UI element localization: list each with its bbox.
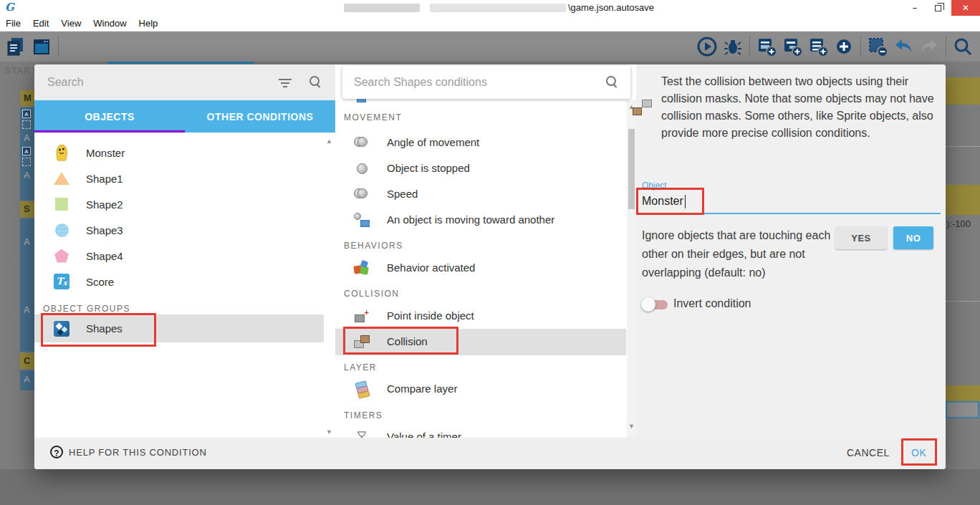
condition-angle-of-movement[interactable]: Angle of movement	[335, 130, 626, 155]
section-collision: COLLISION	[344, 289, 400, 299]
menu-help[interactable]: Help	[139, 18, 158, 29]
toolbar	[0, 32, 980, 62]
object-item-shape3[interactable]: Shape3	[34, 217, 324, 243]
search-toolbar-icon[interactable]	[950, 34, 976, 59]
object-item-shape2[interactable]: Shape2	[34, 191, 324, 217]
action-mini-icon: A	[22, 110, 31, 118]
preview-play-icon[interactable]	[694, 34, 720, 59]
pentagon-shape-icon	[50, 249, 73, 263]
gdevelop-logo-icon: G	[5, 1, 16, 13]
project-manager-icon[interactable]	[3, 34, 29, 59]
objects-search-input[interactable]	[47, 73, 262, 92]
object-item-label: Shape3	[86, 224, 123, 236]
close-button[interactable]: ✕	[951, 0, 980, 16]
restore-button[interactable]	[927, 0, 948, 16]
tab-other-conditions[interactable]: OTHER CONDITIONS	[185, 100, 335, 133]
conditions-search-input[interactable]	[354, 73, 583, 92]
debug-icon[interactable]	[720, 34, 746, 59]
no-button[interactable]: NO	[893, 226, 933, 249]
events-row-divider	[946, 301, 980, 302]
moving-toward-icon	[350, 207, 374, 233]
add-comment-icon[interactable]	[805, 34, 831, 59]
behavior-activated-icon	[350, 255, 374, 281]
add-event-icon[interactable]	[754, 34, 779, 59]
triangle-shape-icon	[50, 172, 73, 185]
add-action-mark: A	[24, 236, 34, 247]
add-special-event-icon[interactable]	[831, 34, 857, 59]
condition-label: Point inside object	[387, 309, 474, 322]
object-groups-header: OBJECT GROUPS	[43, 304, 130, 314]
tab-objects[interactable]: OBJECTS	[34, 100, 185, 133]
add-subevent-icon[interactable]	[779, 34, 805, 59]
condition-label: An object is moving toward another	[387, 213, 554, 226]
yes-button[interactable]: YES	[835, 226, 887, 249]
scroll-down-arrow[interactable]: ▼	[628, 423, 635, 430]
object-item-monster[interactable]: Monster	[34, 140, 324, 165]
condition-speed[interactable]: Speed	[335, 181, 626, 207]
condition-label: Behavior activated	[387, 261, 475, 274]
redacted-title-segment	[344, 4, 420, 12]
title-bar: G \game.json.autosave – ✕	[0, 0, 980, 16]
circle-shape-icon	[50, 223, 73, 237]
angle-of-movement-icon	[350, 130, 374, 155]
tree-tick	[6, 361, 12, 362]
condition-point-inside-object[interactable]: + Point inside object	[335, 303, 626, 329]
scene-editor-window-icon[interactable]	[29, 34, 54, 59]
condition-value-of-timer[interactable]: Value of a timer	[335, 424, 626, 438]
section-layer: LAYER	[344, 362, 377, 372]
section-movement: MOVEMENT	[344, 112, 402, 122]
point-inside-object-icon: +	[350, 303, 374, 329]
action-mini-icon	[22, 120, 31, 129]
restore-icon	[935, 5, 941, 11]
redo-icon[interactable]	[916, 34, 942, 59]
events-row-fragment	[946, 385, 980, 401]
timer-icon	[350, 424, 374, 438]
invert-condition-label: Invert condition	[673, 297, 751, 310]
object-item-label: Score	[86, 276, 114, 288]
undo-icon[interactable]	[890, 34, 916, 59]
menu-view[interactable]: View	[61, 18, 81, 29]
overlay-shade	[0, 469, 980, 505]
condition-compare-layer[interactable]: Compare layer	[335, 376, 626, 402]
object-item-label: Shape1	[86, 173, 123, 185]
search-icon	[309, 76, 321, 87]
events-tree-line	[6, 80, 6, 388]
tree-tick	[6, 209, 12, 210]
object-item-shape4[interactable]: Shape4	[34, 243, 324, 269]
condition-behavior-activated[interactable]: Behavior activated	[335, 255, 626, 281]
choose-condition-dialog: OBJECTS OTHER CONDITIONS Monster Shape1	[34, 64, 946, 469]
menu-window[interactable]: Window	[93, 18, 126, 29]
remove-event-icon[interactable]	[865, 34, 890, 59]
app-window: G \game.json.autosave – ✕ File Edit View…	[0, 0, 980, 505]
toggle-knob	[641, 297, 655, 312]
minimize-button[interactable]: –	[904, 0, 926, 16]
condition-label: Compare layer	[387, 383, 457, 395]
selected-event-fragment	[946, 401, 979, 418]
object-stopped-icon	[350, 155, 374, 181]
object-item-shape1[interactable]: Shape1	[34, 165, 324, 191]
help-link[interactable]: ? HELP FOR THIS CONDITION	[50, 446, 207, 458]
scene-tab-label: START	[4, 65, 34, 76]
scrollbar-thumb[interactable]	[628, 129, 635, 209]
annotation-box-ok	[901, 438, 937, 466]
object-item-label: Shape2	[86, 198, 123, 211]
menu-edit[interactable]: Edit	[33, 18, 49, 29]
redacted-title-segment	[430, 4, 566, 12]
condition-object-is-stopped[interactable]: Object is stopped	[335, 155, 626, 181]
add-action-mark: A	[24, 170, 34, 181]
filter-icon[interactable]	[278, 77, 292, 88]
chooser-tabs: OBJECTS OTHER CONDITIONS	[34, 100, 335, 133]
object-item-score[interactable]: Tx Score	[34, 269, 324, 294]
scroll-up-arrow[interactable]: ▲	[326, 138, 332, 145]
menu-file[interactable]: File	[6, 18, 21, 29]
condition-label: Object is stopped	[387, 162, 470, 174]
condition-label: Angle of movement	[387, 136, 479, 148]
invert-condition-toggle[interactable]	[643, 300, 668, 309]
cancel-button[interactable]: CANCEL	[847, 447, 890, 458]
conditions-search-bar	[342, 66, 630, 99]
scroll-down-arrow[interactable]: ▼	[326, 428, 332, 436]
speed-icon	[350, 181, 374, 207]
condition-label: Value of a timer	[387, 431, 461, 438]
condition-moving-toward[interactable]: An object is moving toward another	[335, 207, 626, 233]
event-group-row: M	[20, 90, 34, 106]
